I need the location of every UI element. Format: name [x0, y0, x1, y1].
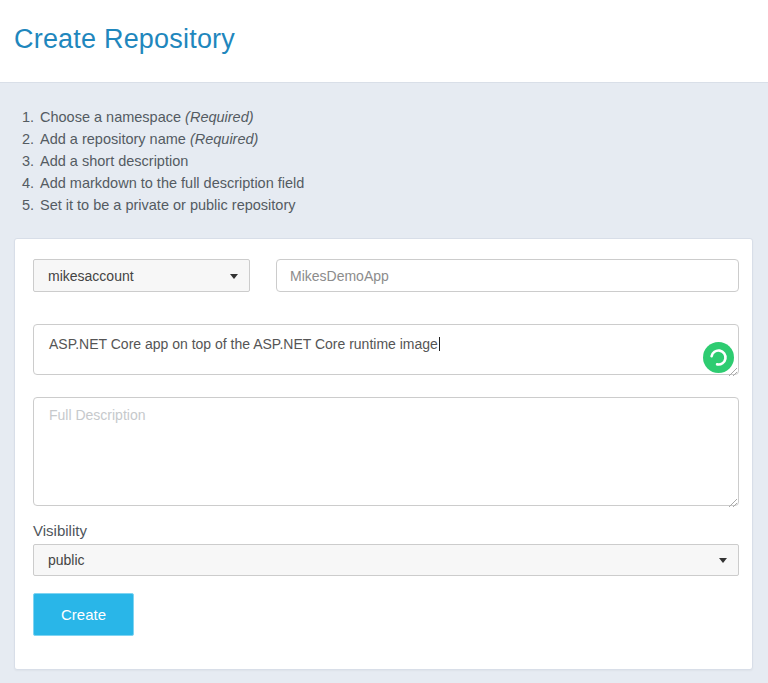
- instruction-number: 4.: [18, 172, 34, 194]
- chevron-down-icon: [719, 558, 727, 563]
- instruction-item: 4. Add markdown to the full description …: [18, 172, 304, 194]
- visibility-select-value: public: [48, 552, 85, 568]
- create-repository-form: mikesaccount ASP.NET Core app on top of …: [14, 238, 753, 670]
- text-cursor: [439, 337, 440, 351]
- instruction-item: 1. Choose a namespace (Required): [18, 106, 304, 128]
- instruction-item: 2. Add a repository name (Required): [18, 128, 304, 150]
- short-description-value: ASP.NET Core app on top of the ASP.NET C…: [49, 336, 438, 352]
- instruction-text: Set it to be a private or public reposit…: [40, 194, 296, 216]
- autosave-spinner-icon: [703, 342, 734, 373]
- visibility-select[interactable]: public: [33, 544, 739, 576]
- namespace-select[interactable]: mikesaccount: [33, 259, 250, 292]
- instruction-text: Add a repository name: [40, 128, 186, 150]
- instruction-text: Add markdown to the full description fie…: [40, 172, 304, 194]
- page-header: Create Repository: [0, 0, 768, 83]
- instruction-number: 5.: [18, 194, 34, 216]
- create-repository-page: Create Repository 1. Choose a namespace …: [0, 0, 768, 683]
- repository-name-input[interactable]: [276, 259, 739, 292]
- instruction-text: Add a short description: [40, 150, 188, 172]
- full-description-field[interactable]: [33, 397, 739, 506]
- page-title: Create Repository: [14, 24, 235, 55]
- visibility-label: Visibility: [33, 522, 87, 539]
- required-hint: (Required): [190, 128, 259, 150]
- instruction-item: 3. Add a short description: [18, 150, 304, 172]
- instruction-list: 1. Choose a namespace (Required) 2. Add …: [18, 106, 304, 216]
- instruction-item: 5. Set it to be a private or public repo…: [18, 194, 304, 216]
- namespace-select-value: mikesaccount: [48, 268, 134, 284]
- required-hint: (Required): [185, 106, 254, 128]
- short-description-field[interactable]: ASP.NET Core app on top of the ASP.NET C…: [33, 324, 739, 375]
- instruction-number: 3.: [18, 150, 34, 172]
- chevron-down-icon: [230, 274, 238, 279]
- instruction-number: 1.: [18, 106, 34, 128]
- instruction-number: 2.: [18, 128, 34, 150]
- create-button[interactable]: Create: [33, 593, 134, 636]
- instruction-text: Choose a namespace: [40, 106, 181, 128]
